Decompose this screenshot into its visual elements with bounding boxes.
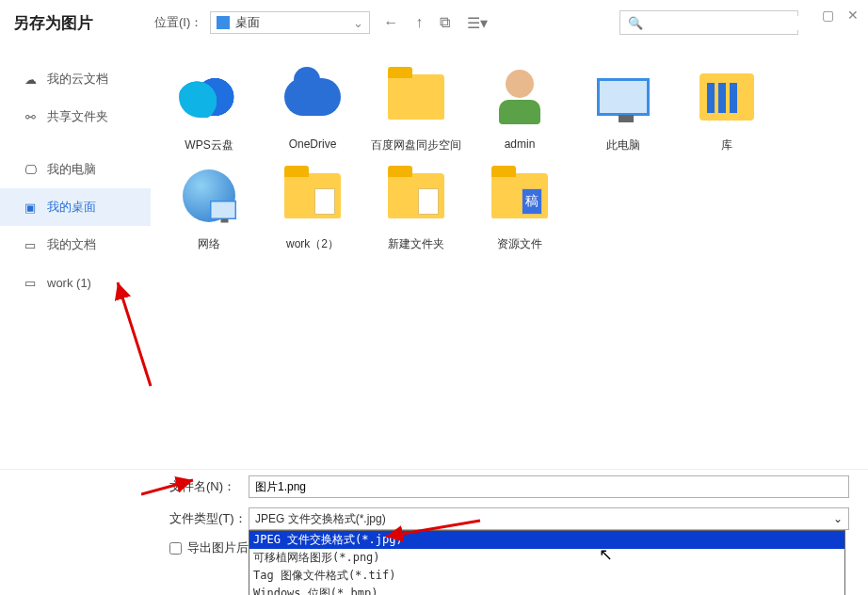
close-icon[interactable]: ✕ [847, 8, 859, 23]
sidebar-item-shared[interactable]: ⚯ 共享文件夹 [0, 98, 151, 136]
filetype-dropdown-list[interactable]: JPEG 文件交换格式(*.jpg) 可移植网络图形(*.png) Tag 图像… [249, 530, 845, 595]
sidebar-item-label: 共享文件夹 [47, 108, 108, 125]
back-icon[interactable]: ← [383, 14, 398, 31]
grid-item[interactable]: admin [471, 64, 569, 153]
filetype-label: 文件类型(T)： [169, 510, 249, 527]
item-label: OneDrive [289, 137, 337, 151]
item-thumb [590, 64, 656, 130]
location-dropdown[interactable]: 桌面 ⌄ [210, 11, 370, 34]
sidebar-item-work1[interactable]: ▭ work (1) [0, 264, 151, 301]
view-icon[interactable]: ☰▾ [467, 14, 488, 32]
sidebar-item-desktop[interactable]: ▣ 我的桌面 [0, 188, 151, 226]
item-label: admin [505, 137, 536, 151]
item-thumb [694, 64, 760, 130]
item-label: work（2） [286, 236, 339, 252]
grid-item[interactable]: OneDrive [264, 64, 362, 153]
grid-item[interactable]: 库 [678, 64, 776, 153]
filetype-dropdown[interactable]: JPEG 文件交换格式(*.jpg) ⌄ [249, 507, 849, 530]
disk-icon [217, 16, 230, 29]
maximize-icon[interactable]: ▢ [822, 8, 834, 23]
window-controls: ▢ ✕ [822, 8, 859, 23]
grid-item[interactable]: WPS云盘 [160, 64, 258, 153]
chevron-down-icon: ⌄ [353, 16, 363, 30]
desktop-icon: ▣ [23, 201, 38, 215]
item-label: 百度网盘同步空间 [371, 137, 461, 153]
filetype-value: JPEG 文件交换格式(*.jpg) [255, 511, 386, 527]
filename-input[interactable] [249, 475, 849, 498]
computer-icon: 🖵 [23, 163, 38, 177]
grid-item[interactable]: 此电脑 [574, 64, 672, 153]
item-label: 网络 [198, 236, 220, 252]
sidebar-item-label: 我的电脑 [47, 161, 96, 178]
sidebar-item-label: 我的桌面 [47, 199, 96, 216]
item-label: 新建文件夹 [388, 236, 444, 252]
sidebar-item-cloud-docs[interactable]: ☁ 我的云文档 [0, 60, 151, 98]
grid-item[interactable]: 网络 [160, 163, 258, 252]
dropdown-option[interactable]: JPEG 文件交换格式(*.jpg) [249, 531, 844, 549]
item-thumb [487, 64, 553, 130]
nav-toolbar: ← ↑ ⧉ ☰▾ [383, 14, 488, 32]
folder-icon: ▭ [23, 276, 38, 290]
item-thumb [176, 64, 242, 130]
item-label: 此电脑 [606, 137, 640, 153]
grid-item[interactable]: 新建文件夹 [367, 163, 465, 252]
sidebar-item-computer[interactable]: 🖵 我的电脑 [0, 151, 151, 188]
sidebar-item-label: 我的云文档 [47, 71, 108, 88]
item-thumb [280, 163, 346, 229]
search-field[interactable] [649, 16, 808, 30]
file-grid: WPS云盘OneDrive百度网盘同步空间admin此电脑库网络work（2）新… [151, 45, 868, 469]
item-thumb: 稿 [487, 163, 553, 229]
sidebar: ☁ 我的云文档 ⚯ 共享文件夹 🖵 我的电脑 ▣ 我的桌面 ▭ 我的文档 ▭ w… [0, 45, 151, 469]
grid-item[interactable]: 百度网盘同步空间 [367, 64, 465, 153]
dropdown-option[interactable]: Windows 位图(*.bmp) [249, 585, 844, 595]
export-after-checkbox[interactable] [169, 542, 182, 555]
cursor-icon: ↖ [599, 544, 613, 565]
sidebar-item-documents[interactable]: ▭ 我的文档 [0, 226, 151, 264]
search-icon: 🔍 [628, 16, 643, 30]
item-thumb [280, 64, 346, 130]
dropdown-option[interactable]: Tag 图像文件格式(*.tif) [249, 567, 844, 585]
dropdown-option[interactable]: 可移植网络图形(*.png) [249, 549, 844, 567]
up-icon[interactable]: ↑ [415, 14, 423, 31]
item-label: 库 [721, 137, 732, 153]
filename-label: 文件名(N)： [169, 478, 249, 495]
new-folder-icon[interactable]: ⧉ [440, 14, 450, 31]
share-icon: ⚯ [23, 110, 38, 124]
titlebar: 另存为图片 位置(I)： 桌面 ⌄ ← ↑ ⧉ ☰▾ 🔍 [0, 0, 868, 45]
folder-icon: ▭ [23, 238, 38, 252]
grid-item[interactable]: 稿资源文件 [471, 163, 569, 252]
item-label: WPS云盘 [185, 137, 233, 153]
location-label: 位置(I)： [154, 14, 202, 31]
item-thumb [383, 163, 449, 229]
cloud-icon: ☁ [23, 72, 38, 87]
item-thumb [176, 163, 242, 229]
location-value: 桌面 [235, 14, 353, 31]
sidebar-item-label: 我的文档 [47, 236, 96, 253]
export-after-label: 导出图片后 [187, 539, 249, 556]
dialog-title: 另存为图片 [13, 12, 145, 34]
chevron-down-icon: ⌄ [833, 512, 843, 525]
item-thumb [383, 64, 449, 130]
sidebar-item-label: work (1) [47, 276, 91, 290]
grid-item[interactable]: work（2） [264, 163, 362, 252]
item-label: 资源文件 [497, 236, 542, 252]
search-input[interactable]: 🔍 [619, 10, 798, 35]
